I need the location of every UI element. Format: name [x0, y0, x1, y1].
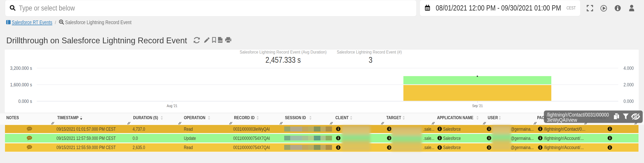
svg-text:CSV: CSV	[218, 40, 222, 42]
